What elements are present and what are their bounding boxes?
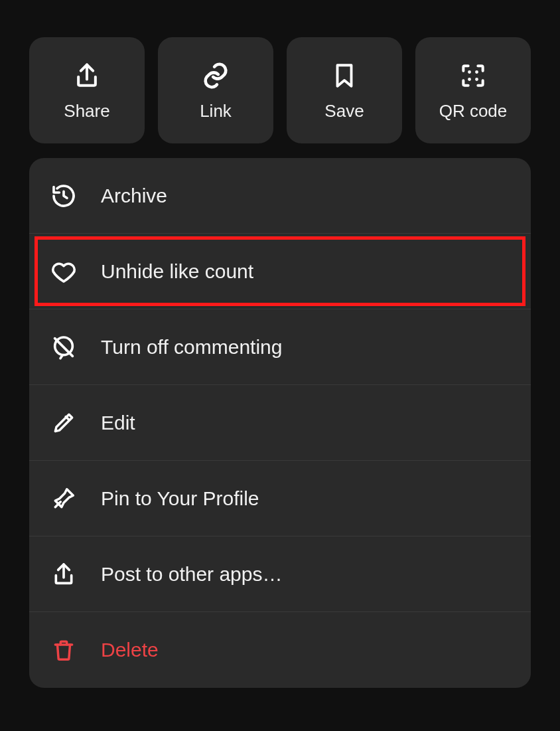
turn-off-commenting-option[interactable]: Turn off commenting [29,309,531,385]
svg-point-0 [468,70,471,74]
pencil-icon [49,408,78,438]
save-button[interactable]: Save [287,37,402,143]
comment-off-icon [49,333,78,362]
svg-point-3 [475,78,478,81]
trash-icon [49,635,78,665]
svg-point-2 [468,78,471,81]
unhide-like-count-option[interactable]: Unhide like count [29,234,531,309]
edit-label: Edit [101,412,135,434]
history-icon [49,181,78,210]
bookmark-icon [328,60,360,92]
link-icon [200,60,232,92]
qr-icon [457,60,489,92]
heart-icon [49,257,78,286]
save-label: Save [324,101,364,122]
pin-to-profile-option[interactable]: Pin to Your Profile [29,461,531,536]
pin-to-profile-label: Pin to Your Profile [101,487,259,510]
share-icon [49,560,78,589]
archive-label: Archive [101,185,167,207]
share-label: Share [64,101,109,122]
delete-label: Delete [101,639,159,661]
svg-point-1 [475,70,478,74]
link-label: Link [200,101,232,122]
edit-option[interactable]: Edit [29,385,531,461]
pin-icon [49,484,78,513]
share-button[interactable]: Share [29,37,145,143]
unhide-like-count-label: Unhide like count [101,260,253,283]
post-to-other-apps-option[interactable]: Post to other apps… [29,536,531,612]
share-icon [71,60,103,92]
post-to-other-apps-label: Post to other apps… [101,563,283,586]
qr-code-button[interactable]: QR code [415,37,531,143]
link-button[interactable]: Link [158,37,273,143]
delete-option[interactable]: Delete [29,612,531,688]
turn-off-commenting-label: Turn off commenting [101,336,282,359]
qr-code-label: QR code [439,101,508,122]
options-panel: Archive Unhide like count Turn off comme… [29,158,531,688]
archive-option[interactable]: Archive [29,158,531,234]
quick-actions-row: Share Link Save [29,37,531,143]
